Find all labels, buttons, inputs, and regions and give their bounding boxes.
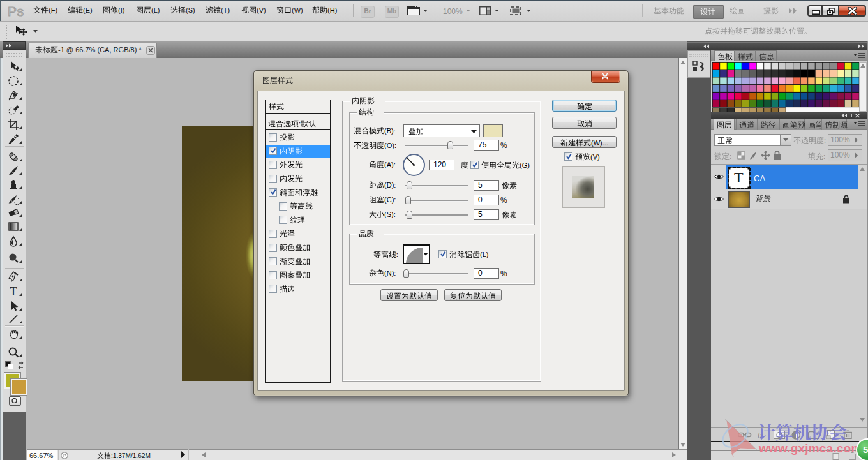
svg-text:T: T [10,286,17,297]
